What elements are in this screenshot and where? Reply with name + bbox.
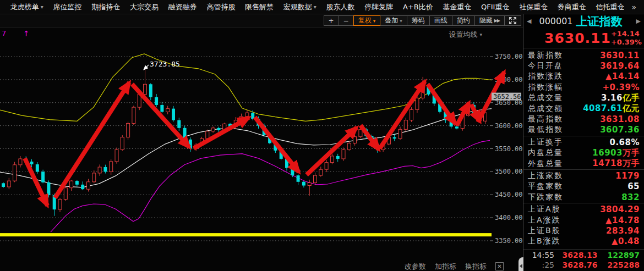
chips-button[interactable]: 筹码 xyxy=(407,15,430,26)
menu-item-8[interactable]: 股东人数 xyxy=(321,2,360,12)
stock-name: 上证指数 xyxy=(576,14,633,29)
trend-arrow[interactable] xyxy=(361,125,379,150)
menu-more-button[interactable]: » xyxy=(629,3,638,12)
menu-item-3[interactable]: 大宗交易 xyxy=(125,2,163,12)
menu-item-13[interactable]: 社保重仓 xyxy=(514,2,553,12)
menu-item-6[interactable]: 限售解禁 xyxy=(240,2,279,12)
candle-up xyxy=(308,182,311,185)
menu-item-4[interactable]: 融资融券 xyxy=(163,2,202,12)
next-stock-icon[interactable]: ▶ xyxy=(636,18,641,25)
trend-arrow[interactable] xyxy=(194,118,249,148)
ma-settings-button[interactable]: 设置均线 ▾ xyxy=(449,30,482,40)
menu-item-11[interactable]: 基金重仓 xyxy=(438,2,477,12)
stat-label: 指数涨幅 xyxy=(528,82,563,92)
menu-item-7[interactable]: 宏观数据▾ xyxy=(279,2,321,12)
menu-item-12[interactable]: QFII重仓 xyxy=(476,2,514,12)
candle-down xyxy=(47,182,50,195)
zoom-in-button[interactable]: + xyxy=(324,15,339,26)
candle-down xyxy=(36,164,39,172)
stat-value: 16903万手 xyxy=(592,148,640,158)
menu-item-10[interactable]: A+B比价 xyxy=(398,2,438,12)
stat-value: 832 xyxy=(621,192,640,202)
trend-arrow[interactable] xyxy=(132,84,189,147)
stat-row: 上证换手0.68% xyxy=(523,137,644,147)
change-params-button[interactable]: 改参数 xyxy=(405,262,426,271)
stat-value: 3631.08 xyxy=(600,114,640,124)
hide-button[interactable]: 隐藏▶▶ xyxy=(474,15,505,26)
ma-legend: 7 xyxy=(2,29,6,37)
candle-up xyxy=(211,128,215,131)
stat-value: 3804.29 xyxy=(600,204,640,214)
candle-up xyxy=(245,113,249,117)
stat-row: 内盘总量16903万手 xyxy=(523,148,644,158)
fullscreen-button[interactable] xyxy=(504,15,521,26)
menu-item-14[interactable]: 券商重仓 xyxy=(553,2,591,12)
menu-item-9[interactable]: 停牌复牌 xyxy=(359,2,398,12)
zoom-out-button[interactable]: − xyxy=(339,15,354,26)
candle-up xyxy=(330,156,334,163)
stat-value: +0.39% xyxy=(602,82,640,92)
candle-up xyxy=(110,162,113,172)
candle-down xyxy=(177,120,181,128)
stat-row: 上证A股3804.29 xyxy=(523,204,644,214)
chevron-down-icon: ▾ xyxy=(373,18,376,24)
tick-row: 14:553628.13122897 xyxy=(523,250,644,260)
stat-row: 最高指数3631.08 xyxy=(523,114,644,124)
price-row: 3630.11 +14.14 +0.39% xyxy=(523,28,644,48)
candle-down xyxy=(291,168,294,175)
menu-item-15[interactable]: 信托重仓 xyxy=(591,2,630,12)
prev-stock-icon[interactable]: ◀ xyxy=(527,18,531,25)
trend-arrow[interactable] xyxy=(428,84,455,124)
trend-arrow[interactable] xyxy=(255,117,299,172)
candle-up xyxy=(314,175,317,182)
stat-value: 1179 xyxy=(615,171,640,181)
stat-label: 上证A股 xyxy=(528,204,561,214)
candle-up xyxy=(399,129,402,139)
menu-item-2[interactable]: 期指持仓 xyxy=(86,2,125,12)
adjust-price-button[interactable]: 复权▾ xyxy=(353,15,381,26)
stat-row: 最新指数3630.11 xyxy=(523,50,644,60)
candle-up xyxy=(70,181,73,188)
stat-label: 最高指数 xyxy=(528,114,563,124)
stat-value: 14718万手 xyxy=(592,158,640,169)
trend-arrow[interactable] xyxy=(307,128,357,175)
candle-down xyxy=(41,172,45,182)
stock-code: 000001 xyxy=(539,16,572,26)
tick-price: 3628.13 xyxy=(554,251,605,259)
candle-up xyxy=(64,188,67,200)
kline-chart-svg[interactable]: 3750.003700.003650.003600.003550.003500.… xyxy=(0,27,523,271)
support-line[interactable] xyxy=(0,233,492,236)
candle-up xyxy=(92,173,96,182)
candle-up xyxy=(132,107,135,123)
stat-row: 上A涨跌▲14.78 xyxy=(523,215,644,225)
menu-item-5[interactable]: 高管持股 xyxy=(202,2,241,12)
draw-line-button[interactable]: 画线 xyxy=(429,15,452,26)
axis-label: 3600.00 xyxy=(495,122,523,130)
trend-arrow[interactable] xyxy=(380,81,425,148)
chevron-down-icon: ▾ xyxy=(479,32,482,37)
candle-down xyxy=(155,97,158,105)
tick-volume: 225288 xyxy=(605,261,640,269)
kline-chart[interactable]: 3750.003700.003650.003600.003550.003500.… xyxy=(0,27,523,271)
stat-row: 下跌家数832 xyxy=(523,192,644,202)
switch-indicator-button[interactable]: 换指标 xyxy=(465,262,487,271)
stat-label: 下跌家数 xyxy=(528,192,563,202)
menu-item-1[interactable]: 席位监控 xyxy=(48,2,87,12)
panel-collapse-handle[interactable] xyxy=(519,257,523,271)
indicator-actions: 改参数加指标换指标✕ xyxy=(405,262,504,271)
stat-value: 0.68% xyxy=(609,137,640,147)
ma-settings-label: 设置均线 xyxy=(449,30,477,40)
add-indicator-button[interactable]: 加指标 xyxy=(435,262,456,271)
menu-item-0[interactable]: 龙虎榜单▾ xyxy=(6,2,48,12)
candle-up xyxy=(206,131,209,139)
candle-down xyxy=(2,183,5,187)
simple-mode-button[interactable]: 简约 xyxy=(452,15,475,26)
stat-label: 上B涨跌 xyxy=(528,236,561,246)
candle-down xyxy=(160,105,163,112)
stat-row: 总成交量3.16亿手 xyxy=(523,93,644,103)
close-indicator-button[interactable]: ✕ xyxy=(495,262,504,270)
overlay-button[interactable]: 叠加▾ xyxy=(380,15,407,26)
candle-up xyxy=(325,163,328,170)
candle-up xyxy=(87,182,90,189)
stat-row: 上B涨跌▲0.48 xyxy=(523,236,644,247)
